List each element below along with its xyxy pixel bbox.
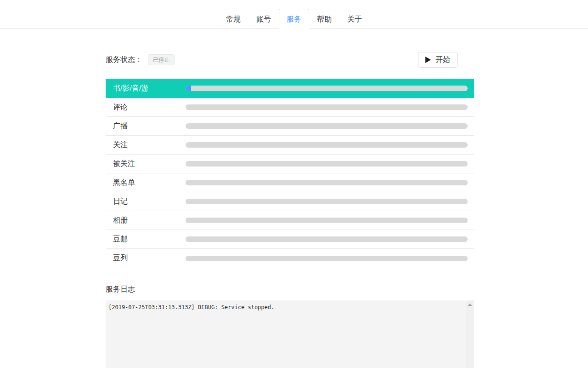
progress-bar <box>186 236 468 242</box>
progress-bar <box>186 104 468 110</box>
tab-1[interactable]: 账号 <box>249 9 279 29</box>
service-log-title: 服务日志 <box>106 284 474 294</box>
task-label: 广播 <box>113 121 128 131</box>
task-row[interactable]: 关注 <box>106 136 474 155</box>
task-row[interactable]: 黑名单 <box>106 173 474 192</box>
progress-bar <box>186 161 468 167</box>
main-content: 服务状态： 已停止 开始 书/影/音/游评论广播关注被关注黑名单日记相册豆邮豆列… <box>106 52 474 368</box>
task-row[interactable]: 广播 <box>106 117 474 136</box>
service-log-textarea[interactable]: [2019-07-25T03:31:13.313Z] DEBUG: Servic… <box>106 300 474 368</box>
progress-bar <box>186 123 468 129</box>
task-label: 豆列 <box>113 253 128 263</box>
task-label: 豆邮 <box>113 235 128 244</box>
progress-fill <box>186 86 191 91</box>
start-button-label: 开始 <box>435 55 450 65</box>
scroll-up-arrow-icon[interactable] <box>468 304 472 306</box>
play-icon <box>425 57 431 63</box>
status-badge: 已停止 <box>148 54 175 65</box>
tab-0[interactable]: 常规 <box>218 9 249 29</box>
task-label: 日记 <box>113 197 128 207</box>
progress-bar <box>186 180 468 185</box>
task-row[interactable]: 书/影/音/游 <box>106 79 474 98</box>
task-label: 书/影/音/游 <box>113 84 148 93</box>
progress-bar <box>186 142 468 148</box>
task-label: 黑名单 <box>113 178 135 188</box>
task-list: 书/影/音/游评论广播关注被关注黑名单日记相册豆邮豆列 <box>106 79 474 268</box>
progress-bar <box>186 256 468 261</box>
task-label: 评论 <box>113 103 128 112</box>
task-row[interactable]: 日记 <box>106 192 474 211</box>
task-row[interactable]: 被关注 <box>106 155 474 173</box>
tab-4[interactable]: 关于 <box>339 9 370 29</box>
task-label: 关注 <box>113 140 128 150</box>
progress-bar <box>186 218 468 223</box>
task-row[interactable]: 豆列 <box>106 249 474 268</box>
tab-bar: 常规账号服务帮助关于 <box>0 9 588 29</box>
tab-2[interactable]: 服务 <box>279 9 309 29</box>
progress-bar <box>186 199 468 204</box>
progress-bar <box>186 86 468 91</box>
task-row[interactable]: 评论 <box>106 98 474 117</box>
service-status-label: 服务状态： <box>106 55 142 65</box>
tab-header: 常规账号服务帮助关于 <box>0 0 588 29</box>
status-row: 服务状态： 已停止 开始 <box>106 52 474 68</box>
start-button[interactable]: 开始 <box>418 52 458 68</box>
task-row[interactable]: 相册 <box>106 211 474 230</box>
task-label: 相册 <box>113 216 128 225</box>
task-label: 被关注 <box>113 159 135 169</box>
log-line: [2019-07-25T03:31:13.313Z] DEBUG: Servic… <box>108 304 463 311</box>
tab-3[interactable]: 帮助 <box>309 9 339 29</box>
log-lines: [2019-07-25T03:31:13.313Z] DEBUG: Servic… <box>108 304 463 311</box>
log-scrollbar[interactable] <box>466 300 474 368</box>
task-row[interactable]: 豆邮 <box>106 230 474 249</box>
